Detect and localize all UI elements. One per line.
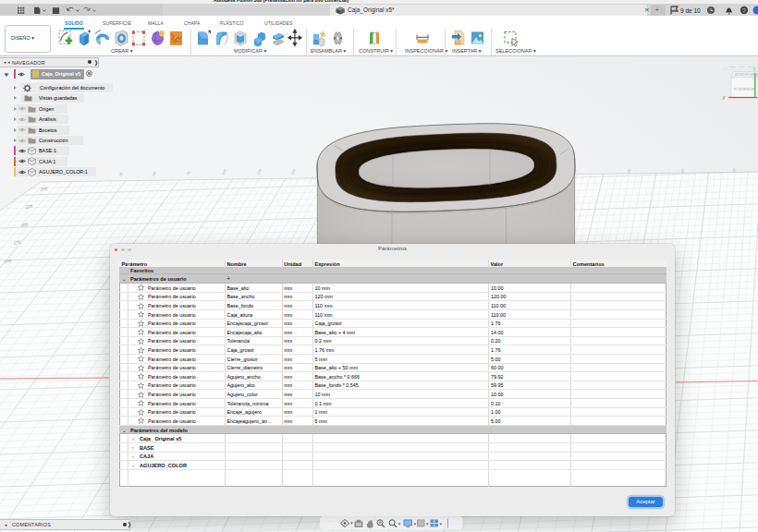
svg-text:9 de 10: 9 de 10 [680,7,701,14]
svg-text:SVG: SVG [456,41,462,44]
svg-text:POSTERIOR: POSTERIOR [734,87,755,91]
svg-text:?: ? [742,7,746,14]
svg-text:ANTERIOR PLANTA: ANTERIOR PLANTA [735,73,757,77]
